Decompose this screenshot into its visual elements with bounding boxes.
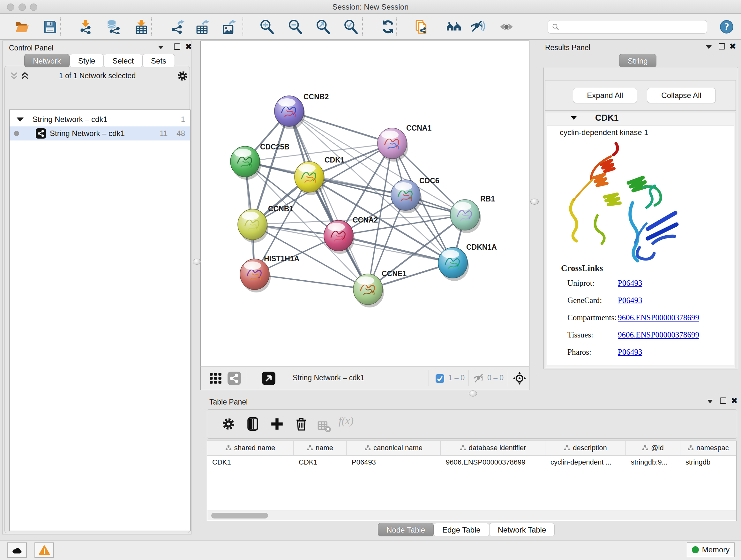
gene-section-header[interactable]: CDK1 [545, 112, 736, 125]
table-cell[interactable]: stringdb [680, 455, 736, 469]
node-ccnb2[interactable] [274, 96, 305, 129]
node-cdc25b[interactable] [230, 146, 261, 180]
column-sort-icon[interactable] [460, 445, 466, 451]
panel-menu-icon[interactable] [706, 45, 712, 49]
column-header-canonical-name[interactable]: canonical name [347, 441, 441, 455]
collection-expander-icon[interactable] [17, 118, 23, 122]
node-ccna1[interactable] [378, 128, 408, 162]
column-header-name[interactable]: name [293, 441, 347, 455]
open-in-window-icon[interactable] [261, 371, 276, 386]
export-network-icon[interactable] [170, 19, 185, 34]
panel-close-icon[interactable]: ✖ [185, 44, 192, 49]
table-cell[interactable]: CDK1 [207, 455, 293, 469]
show-columns-icon[interactable] [246, 417, 260, 431]
tab-style[interactable]: Style [70, 54, 104, 67]
node-hist1h1a[interactable] [240, 259, 271, 293]
network-canvas[interactable]: CCNB2CCNA1CDC25BCDK1CDC6RB1CCNB1CCNA2CDK… [200, 41, 529, 366]
panel-close-icon[interactable]: ✖ [731, 398, 738, 403]
export-table-icon[interactable] [195, 19, 209, 34]
node-cdc6[interactable] [391, 180, 421, 213]
horizontal-scrollbar[interactable] [207, 510, 737, 520]
show-all-icon[interactable] [499, 19, 514, 34]
crosslink-link[interactable]: P06493 [618, 279, 642, 288]
tab-edge-table[interactable]: Edge Table [434, 523, 489, 537]
column-sort-icon[interactable] [642, 445, 649, 451]
column-header--id[interactable]: @id [626, 441, 680, 455]
network-row-selected[interactable]: String Network – cdk1 11 48 [10, 126, 190, 140]
search-box[interactable] [548, 20, 707, 34]
panel-menu-icon[interactable] [158, 46, 164, 49]
table-row[interactable]: CDK1CDK1P064939606.ENSP00000378699cyclin… [207, 455, 736, 469]
edge-cdc25b-cdc6[interactable] [245, 162, 406, 195]
panel-float-icon[interactable] [719, 43, 725, 50]
column-header-shared-name[interactable]: shared name [207, 441, 293, 455]
tab-node-table[interactable]: Node Table [378, 523, 434, 537]
new-network-from-selection-icon[interactable] [414, 19, 429, 34]
tab-sets[interactable]: Sets [142, 54, 175, 67]
column-header-namespac[interactable]: namespac [680, 441, 736, 455]
warning-button[interactable] [35, 543, 54, 558]
expand-all-button[interactable]: Expand All [573, 88, 637, 103]
edge-ccna2-cdkn1a[interactable] [339, 236, 453, 263]
node-ccne1[interactable] [353, 274, 384, 307]
create-column-plus-icon[interactable] [270, 417, 284, 431]
column-header-description[interactable]: description [545, 441, 626, 455]
crosslink-link[interactable]: 9606.ENSP00000378699 [618, 330, 699, 339]
tab-string[interactable]: String [619, 54, 657, 67]
column-sort-icon[interactable] [225, 445, 232, 451]
column-sort-icon[interactable] [564, 445, 570, 451]
panel-float-icon[interactable] [174, 44, 180, 50]
crosslink-link[interactable]: 9606.ENSP00000378699 [618, 313, 699, 322]
crosslink-link[interactable]: P06493 [618, 348, 642, 357]
search-input[interactable] [559, 23, 707, 31]
fit-selected-crosshair-icon[interactable] [513, 372, 526, 385]
open-session-icon[interactable] [14, 19, 29, 34]
import-table-icon[interactable] [134, 19, 149, 34]
network-share-badge-icon[interactable] [227, 371, 242, 386]
tab-select[interactable]: Select [104, 54, 142, 67]
node-rb1[interactable] [450, 199, 481, 233]
column-sort-icon[interactable] [364, 445, 371, 451]
table-cell[interactable]: CDK1 [293, 455, 347, 469]
table-cell[interactable]: 9606.ENSP00000378699 [441, 455, 545, 469]
first-neighbors-icon[interactable] [447, 19, 461, 34]
tab-network[interactable]: Network [24, 54, 70, 67]
table-cell[interactable]: stringdb:9... [626, 455, 680, 469]
save-session-icon[interactable] [43, 19, 57, 34]
vertical-splitter-handle-left[interactable] [193, 259, 201, 265]
cloud-button[interactable] [7, 543, 27, 558]
panel-menu-icon[interactable] [707, 400, 713, 403]
birds-eye-grid-icon[interactable] [208, 371, 223, 386]
vertical-splitter-handle-right[interactable] [530, 199, 539, 205]
crosslink-link[interactable]: P06493 [618, 296, 642, 305]
node-table[interactable]: shared name name canonical name database… [207, 441, 737, 521]
column-sort-icon[interactable] [687, 445, 694, 451]
table-cell[interactable]: P06493 [347, 455, 441, 469]
node-cdk1[interactable] [294, 162, 325, 195]
tab-network-table[interactable]: Network Table [489, 523, 555, 537]
import-network-database-icon[interactable] [106, 19, 121, 34]
import-network-file-icon[interactable] [78, 19, 93, 34]
edge-ccnb2-ccne1[interactable] [289, 111, 368, 289]
export-image-icon[interactable] [221, 19, 236, 34]
delete-column-trash-icon[interactable] [294, 417, 309, 431]
expand-all-networks-icon[interactable] [20, 71, 30, 81]
zoom-out-icon[interactable] [288, 19, 302, 34]
refresh-layout-icon[interactable] [381, 19, 395, 34]
selected-checkbox-icon[interactable] [435, 374, 444, 383]
zoom-in-icon[interactable] [259, 19, 274, 34]
hide-selected-icon[interactable] [470, 19, 485, 34]
panel-close-icon[interactable]: ✖ [729, 44, 736, 49]
zoom-selected-icon[interactable] [343, 19, 358, 34]
memory-button[interactable]: Memory [687, 543, 735, 557]
column-sort-icon[interactable] [307, 445, 313, 451]
gene-expander-icon[interactable] [571, 116, 577, 120]
column-header-database-identifier[interactable]: database identifier [441, 441, 545, 455]
collapse-all-networks-icon[interactable] [9, 71, 19, 81]
table-gear-icon[interactable] [221, 417, 236, 431]
help-icon[interactable]: ? [719, 19, 734, 34]
zoom-fit-icon[interactable] [316, 19, 330, 34]
table-cell[interactable]: cyclin-dependent ... [545, 455, 626, 469]
network-collection-row[interactable]: String Network – cdk1 1 [10, 112, 190, 126]
network-options-gear-icon[interactable] [177, 70, 189, 82]
